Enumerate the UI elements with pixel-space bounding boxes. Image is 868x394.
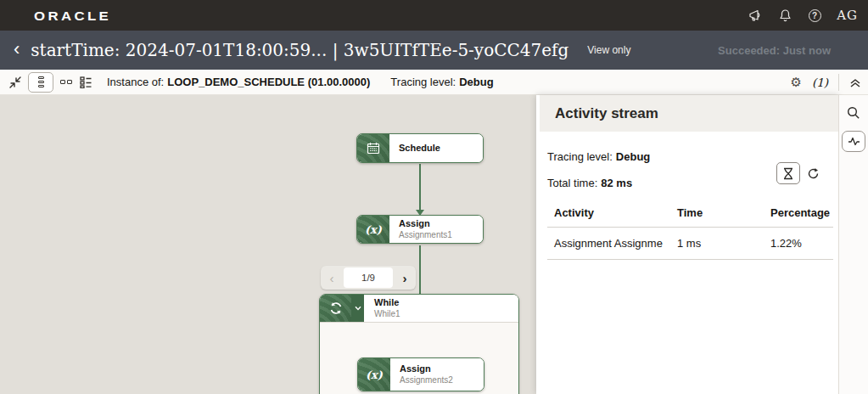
- pagination-page-indicator: 1/9: [344, 267, 393, 288]
- column-header-activity[interactable]: Activity: [547, 201, 670, 228]
- flow-canvas[interactable]: Schedule (x) Assign Assignments1: [0, 95, 536, 394]
- while-loop-icon: [320, 295, 351, 322]
- assign-icon: (x): [358, 358, 390, 391]
- vertical-layout-icon: [38, 76, 44, 88]
- node-label: Schedule: [399, 143, 483, 155]
- duration-filter-button[interactable]: [776, 162, 800, 184]
- connector-line: [419, 245, 421, 294]
- activity-stream-tab[interactable]: [842, 131, 865, 152]
- toolbar-divider: [838, 74, 839, 91]
- node-assign1[interactable]: (x) Assign Assignments1: [356, 215, 484, 244]
- pulse-icon: [848, 137, 860, 146]
- column-header-percentage[interactable]: Percentage: [764, 201, 833, 228]
- horizontal-layout-icon: [60, 80, 72, 84]
- tree-view-button[interactable]: [76, 72, 97, 93]
- right-icon-rail: [838, 95, 868, 394]
- canvas-toolbar: Instance of:LOOP_DEMO_SCHEDULE (01.00.00…: [0, 70, 868, 95]
- panel-tracing-level: Tracing level:Debug: [547, 150, 838, 163]
- activity-table: Activity Time Percentage Assignment Assi…: [547, 201, 833, 260]
- panel-title: Activity stream: [555, 105, 658, 122]
- announcements-icon[interactable]: [748, 8, 763, 23]
- column-header-time[interactable]: Time: [670, 201, 764, 228]
- node-label: Assign: [399, 218, 483, 230]
- loop-pagination: ‹ 1/9 ›: [321, 266, 416, 290]
- refresh-icon[interactable]: [807, 167, 820, 180]
- node-schedule[interactable]: Schedule: [356, 133, 484, 163]
- node-sublabel: Assignments1: [399, 230, 483, 240]
- cell-time: 1 ms: [670, 228, 764, 260]
- oracle-logo: ORACLE: [34, 8, 111, 23]
- tracing-level-text: Tracing level:Debug: [390, 76, 493, 88]
- pagination-next-button[interactable]: ›: [394, 271, 416, 285]
- instance-title: startTime: 2024-07-01T18:00:59... | 3w5U…: [31, 40, 568, 60]
- app-window: ORACLE ? AG ‹ startTime: 2024-07-01T18:0…: [0, 0, 868, 394]
- cell-activity: Assignment Assignme: [547, 228, 670, 260]
- notifications-bell-icon[interactable]: [777, 8, 792, 23]
- global-header: ORACLE ? AG: [0, 0, 868, 31]
- node-while-container[interactable]: While While1 (x) Assign Assignments2: [319, 294, 519, 394]
- pagination-prev-button[interactable]: ‹: [321, 271, 343, 285]
- node-label: Assign: [400, 363, 484, 375]
- status-badge: Succeeded: Just now: [718, 44, 831, 57]
- node-sublabel: Assignments2: [400, 375, 484, 386]
- assign-icon: (x): [357, 216, 389, 243]
- help-icon[interactable]: ?: [807, 8, 822, 23]
- while-collapse-chevron-icon[interactable]: [351, 295, 364, 322]
- instance-title-bar: ‹ startTime: 2024-07-01T18:00:59... | 3w…: [0, 31, 868, 70]
- instance-of-text: Instance of:LOOP_DEMO_SCHEDULE (01.00.00…: [107, 76, 370, 88]
- activity-stream-panel: Activity stream Tracing level:Debug Tota…: [536, 95, 838, 394]
- connector-line: [419, 164, 421, 211]
- user-avatar[interactable]: AG: [837, 8, 858, 23]
- while-header[interactable]: While While1: [320, 295, 518, 323]
- selection-counter[interactable]: (1): [812, 76, 828, 89]
- view-only-badge: View only: [587, 44, 630, 56]
- back-button[interactable]: ‹: [14, 40, 20, 59]
- node-sublabel: While1: [374, 309, 400, 319]
- collapse-canvas-icon[interactable]: [5, 72, 25, 93]
- collapse-toolbar-icon[interactable]: [849, 76, 861, 88]
- activity-stream-header: Activity stream: [540, 95, 838, 132]
- cell-percentage: 1.22%: [764, 228, 833, 260]
- hourglass-icon: [782, 167, 794, 180]
- search-icon[interactable]: [847, 106, 860, 123]
- layout-horizontal-button[interactable]: [56, 72, 76, 93]
- layout-vertical-button[interactable]: [28, 72, 53, 93]
- node-label: While: [374, 297, 400, 309]
- schedule-calendar-icon: [357, 134, 389, 162]
- table-row[interactable]: Assignment Assignme 1 ms 1.22%: [547, 228, 833, 260]
- node-assign2[interactable]: (x) Assign Assignments2: [357, 357, 484, 391]
- settings-gear-icon[interactable]: ⚙: [790, 76, 801, 88]
